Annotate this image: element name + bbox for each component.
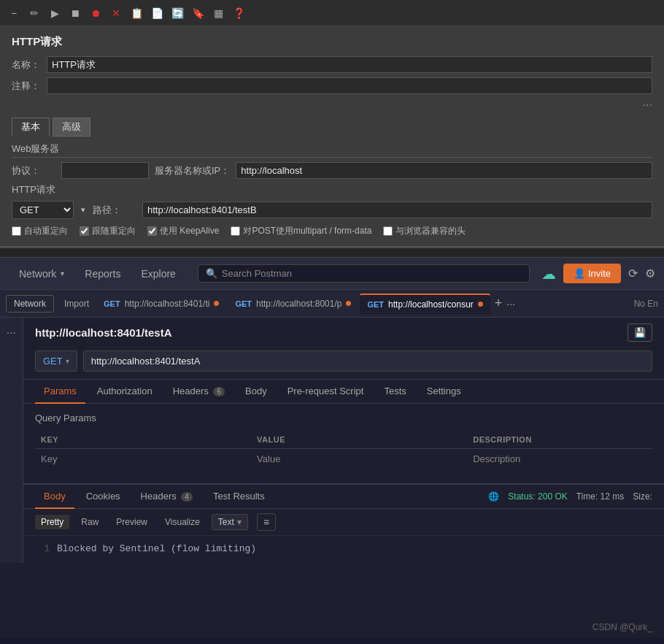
jmeter-comment-input[interactable] bbox=[47, 77, 652, 94]
toolbar-grid-icon[interactable]: ▦ bbox=[210, 5, 226, 21]
params-value-cell[interactable]: Value bbox=[251, 449, 467, 469]
status-time: Time: 12 ms bbox=[576, 491, 625, 502]
history-button[interactable]: ⟳ bbox=[628, 267, 638, 280]
nav-reports[interactable]: Reports bbox=[74, 258, 131, 290]
settings-button[interactable]: ⚙ bbox=[645, 267, 655, 280]
resp-tab-cookies[interactable]: Cookies bbox=[77, 485, 129, 509]
jmeter-check-multipart[interactable]: 对POST使用multipart / form-data bbox=[231, 225, 371, 237]
jmeter-check-keepalive-input[interactable] bbox=[147, 226, 157, 236]
globe-icon: 🌐 bbox=[488, 491, 499, 502]
jmeter-check-keepalive[interactable]: 使用 KeepAlive bbox=[147, 225, 219, 237]
jmeter-panel: HTTP请求 名称： 注释： ··· 基本 高级 Web服务器 协议： 服务器名… bbox=[0, 26, 664, 248]
request-tabs: Params Authorization Headers 6 Body Pre-… bbox=[23, 380, 664, 404]
url-input[interactable] bbox=[83, 350, 652, 372]
response-section: Body Cookies Headers 4 Test Results 🌐 St… bbox=[23, 483, 664, 563]
jmeter-http-req-label: HTTP请求 bbox=[12, 183, 652, 196]
jmeter-dropdown-icon: ▾ bbox=[81, 205, 85, 215]
toolbar-page-icon[interactable]: 📄 bbox=[149, 5, 165, 21]
toolbar-bookmark-icon[interactable]: 🔖 bbox=[190, 5, 206, 21]
workspace: ··· http://localhost:8401/testA 💾 GET ▾ … bbox=[0, 318, 664, 563]
gear-icon: ⚙ bbox=[645, 267, 655, 280]
search-placeholder: Search Postman bbox=[222, 268, 292, 279]
jmeter-path-input[interactable] bbox=[142, 202, 652, 218]
user-icon: 👤 bbox=[574, 268, 585, 279]
url-bar: GET ▾ bbox=[23, 343, 664, 380]
sidebar-ellipsis[interactable]: ··· bbox=[4, 323, 19, 342]
tab-url-2: http://localhost/consur bbox=[388, 299, 474, 310]
response-tabs: Body Cookies Headers 4 Test Results 🌐 St… bbox=[23, 485, 664, 509]
resp-tab-body[interactable]: Body bbox=[35, 485, 74, 509]
line-number-1: 1 bbox=[35, 543, 50, 554]
toolbar-cycle-icon[interactable]: 🔄 bbox=[169, 5, 185, 21]
format-type-select[interactable]: Text ▾ bbox=[212, 514, 248, 530]
req-tab-authorization[interactable]: Authorization bbox=[88, 380, 161, 404]
invite-button[interactable]: 👤 Invite bbox=[563, 264, 621, 283]
query-params-title: Query Params bbox=[35, 413, 652, 423]
tab-add-button[interactable]: + bbox=[495, 296, 503, 311]
nav-network[interactable]: Network bbox=[9, 258, 74, 290]
req-tab-tests[interactable]: Tests bbox=[375, 380, 414, 404]
tab-method-0: GET bbox=[104, 299, 120, 308]
jmeter-comment-label: 注释： bbox=[12, 80, 41, 93]
toolbar-minus-icon[interactable]: − bbox=[6, 5, 22, 21]
toolbar-edit-icon[interactable]: ✏ bbox=[26, 5, 42, 21]
format-pretty[interactable]: Pretty bbox=[35, 515, 69, 529]
params-key-cell[interactable]: Key bbox=[35, 449, 251, 469]
resp-tab-test-results[interactable]: Test Results bbox=[204, 485, 274, 509]
tab-more-button[interactable]: ··· bbox=[506, 298, 515, 310]
jmeter-server-input[interactable] bbox=[236, 162, 652, 179]
jmeter-checkboxes: 自动重定向 跟随重定向 使用 KeepAlive 对POST使用multipar… bbox=[12, 225, 652, 237]
jmeter-check-auto-redirect[interactable]: 自动重定向 bbox=[12, 225, 68, 237]
request-tab-2[interactable]: GET http://localhost/consur bbox=[360, 294, 490, 314]
toolbar-red-icon[interactable]: ⏺ bbox=[88, 5, 104, 21]
tab-method-2: GET bbox=[367, 300, 384, 309]
new-button[interactable]: Network bbox=[6, 295, 54, 313]
toolbar-clipboard-icon[interactable]: 📋 bbox=[128, 5, 144, 21]
format-visualize[interactable]: Visualize bbox=[159, 515, 206, 529]
format-raw[interactable]: Raw bbox=[75, 515, 104, 529]
save-button[interactable]: 💾 bbox=[628, 323, 652, 342]
method-label: GET bbox=[43, 356, 63, 367]
jmeter-check-follow-redirect[interactable]: 跟随重定向 bbox=[80, 225, 136, 237]
toolbar-x-icon[interactable]: ✕ bbox=[108, 5, 124, 21]
resp-tab-headers[interactable]: Headers 4 bbox=[132, 485, 201, 509]
jmeter-protocol-input[interactable] bbox=[61, 162, 149, 179]
jmeter-method-select[interactable]: GET POST PUT DELETE bbox=[12, 201, 74, 219]
request-tab-1[interactable]: GET http://localhost:8001/p bbox=[228, 294, 358, 313]
request-title: http://localhost:8401/testA bbox=[35, 326, 172, 339]
jmeter-tab-basic[interactable]: 基本 bbox=[12, 118, 50, 137]
toolbar-play-icon[interactable]: ▶ bbox=[47, 5, 63, 21]
sync-button[interactable]: ☁ bbox=[541, 265, 556, 283]
req-tab-settings[interactable]: Settings bbox=[418, 380, 470, 404]
nav-explore[interactable]: Explore bbox=[131, 258, 185, 290]
jmeter-name-input[interactable] bbox=[47, 56, 652, 73]
jmeter-check-browser-compat-input[interactable] bbox=[383, 226, 393, 236]
jmeter-check-follow-redirect-input[interactable] bbox=[80, 226, 89, 236]
method-caret-icon: ▾ bbox=[66, 357, 69, 365]
toolbar-stop-icon[interactable]: ⏹ bbox=[67, 5, 83, 21]
jmeter-check-browser-compat[interactable]: 与浏览器兼容的头 bbox=[383, 225, 466, 237]
params-section: Query Params KEY VALUE DESCRIPTION Key V… bbox=[23, 404, 664, 478]
request-tab-0[interactable]: GET http://localhost:8401/ti bbox=[96, 294, 226, 313]
params-col-value: VALUE bbox=[251, 431, 467, 449]
history-icon: ⟳ bbox=[628, 267, 638, 280]
method-dropdown[interactable]: GET ▾ bbox=[35, 350, 77, 372]
jmeter-check-auto-redirect-input[interactable] bbox=[12, 226, 21, 236]
tab-method-1: GET bbox=[235, 299, 252, 308]
search-bar[interactable]: 🔍 Search Postman bbox=[198, 264, 530, 283]
params-desc-cell[interactable]: Description bbox=[467, 449, 652, 469]
format-preview[interactable]: Preview bbox=[110, 515, 153, 529]
req-tab-headers[interactable]: Headers 6 bbox=[164, 380, 233, 404]
req-tab-pre-request[interactable]: Pre-request Script bbox=[279, 380, 373, 404]
jmeter-check-multipart-input[interactable] bbox=[231, 226, 240, 236]
tab-url-0: http://localhost:8401/ti bbox=[125, 299, 210, 309]
jmeter-tab-advanced[interactable]: 高级 bbox=[53, 118, 90, 137]
toolbar-help-icon[interactable]: ❓ bbox=[231, 5, 247, 21]
jmeter-more-icon[interactable]: ··· bbox=[643, 99, 652, 112]
postman-navbar: Network Reports Explore 🔍 Search Postman… bbox=[0, 258, 664, 290]
import-button[interactable]: Import bbox=[58, 296, 95, 312]
format-type-label: Text bbox=[218, 517, 234, 527]
wrap-button[interactable]: ≡ bbox=[257, 513, 276, 531]
req-tab-params[interactable]: Params bbox=[35, 380, 85, 404]
req-tab-body[interactable]: Body bbox=[236, 380, 276, 404]
